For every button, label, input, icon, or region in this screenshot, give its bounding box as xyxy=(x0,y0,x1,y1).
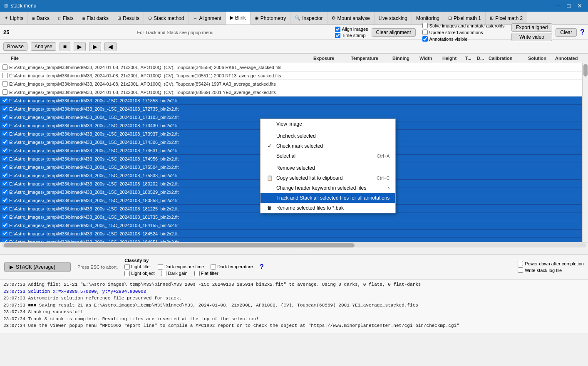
nav-play-button[interactable]: ▶ xyxy=(89,42,101,51)
tab-results[interactable]: ⊞ Results xyxy=(113,12,144,25)
row-checkbox[interactable] xyxy=(2,123,8,128)
row-checkbox[interactable] xyxy=(2,231,8,236)
table-row[interactable]: E:\Astro_images\_temp\M33\binned\M33, 20… xyxy=(0,80,582,88)
tab-inspector[interactable]: 🔍 Inspector xyxy=(290,12,327,25)
tab-flats[interactable]: □ Flats xyxy=(54,12,78,25)
update-annotations-checkbox[interactable] xyxy=(422,30,428,35)
row-checkbox[interactable] xyxy=(2,148,8,153)
minimize-button[interactable]: ─ xyxy=(554,2,563,9)
stack-help-icon[interactable]: ? xyxy=(260,263,264,271)
horizontal-scrollbar[interactable] xyxy=(0,242,588,248)
write-log-checkbox[interactable] xyxy=(518,267,523,273)
table-row[interactable]: E:\Astro_images\_temp\M33\binned\M33_200… xyxy=(0,230,582,238)
trash-icon: 🗑 xyxy=(266,205,273,211)
row-checkbox[interactable] xyxy=(2,73,8,78)
menu-view-image[interactable]: View image xyxy=(261,119,395,129)
file-path: E:\Astro_images\_temp\M33\binned\M33, 20… xyxy=(8,65,581,70)
tab-results-label: Results xyxy=(123,15,139,21)
menu-track-stack[interactable]: Track and Stack all selected files for a… xyxy=(261,193,395,203)
row-checkbox[interactable] xyxy=(2,131,8,136)
file-path: E:\Astro_images\_temp\M33\binned\M33_200… xyxy=(8,215,581,220)
dark-gain-checkbox[interactable] xyxy=(161,271,166,276)
table-row[interactable]: E:\Astro_images\_temp\M33\binned\M33_200… xyxy=(0,213,582,221)
write-video-button[interactable]: Write video xyxy=(511,33,553,41)
light-filter-checkbox[interactable] xyxy=(124,264,130,270)
close-button[interactable]: ✕ xyxy=(575,2,585,9)
row-checkbox[interactable] xyxy=(2,223,8,228)
solve-checkbox[interactable] xyxy=(422,23,428,28)
analyse-button[interactable]: Analyse xyxy=(31,42,56,51)
align-images-label: Align images xyxy=(342,27,368,32)
file-path: E:\Astro_images\_temp\M33\binned\M33_200… xyxy=(8,106,581,111)
tab-lights-label: Lights xyxy=(10,15,23,21)
menu-check-mark-selected[interactable]: ✓ Check mark selected xyxy=(261,141,395,151)
tab-blink[interactable]: ▶ Blink xyxy=(226,12,251,25)
help-icon[interactable]: ? xyxy=(580,28,585,37)
menu-copy-list[interactable]: 📋 Copy selected list to clipboard Ctrl+C xyxy=(261,173,395,183)
nav-prev-button[interactable]: ◀ xyxy=(104,42,117,51)
row-checkbox[interactable] xyxy=(2,239,8,242)
row-checkbox[interactable] xyxy=(2,64,8,70)
tab-flats-label: Flats xyxy=(63,15,74,21)
row-checkbox[interactable] xyxy=(2,114,8,120)
menu-uncheck-selected[interactable]: Uncheck selected xyxy=(261,131,395,141)
row-checkbox[interactable] xyxy=(2,189,8,195)
table-row[interactable]: E:\Astro_images\_temp\M33\binned\M33, 20… xyxy=(0,63,582,72)
stack-button[interactable]: ▶ STACK (Average) xyxy=(4,262,71,272)
light-object-checkbox[interactable] xyxy=(124,271,130,276)
tab-live-stacking[interactable]: Live stacking xyxy=(375,12,412,25)
maximize-button[interactable]: □ xyxy=(565,2,573,9)
table-row[interactable]: E:\Astro_images\_temp\M33\binned\M33_200… xyxy=(0,238,582,242)
menu-change-header[interactable]: Change header keyword in selected files … xyxy=(261,183,395,193)
menu-check-mark-label: Check mark selected xyxy=(276,143,323,149)
row-checkbox[interactable] xyxy=(2,81,8,87)
table-row[interactable]: E:\Astro_images\_temp\M33\binned\M33_200… xyxy=(0,96,582,105)
table-row[interactable]: E:\Astro_images\_temp\M33\binned\M33_200… xyxy=(0,105,582,113)
dark-temperature-checkbox[interactable] xyxy=(211,264,216,270)
align-area: Align images Time stamp xyxy=(335,27,368,38)
row-checkbox[interactable] xyxy=(2,206,8,211)
menu-rename-files[interactable]: 🗑 Rename selected files to *.bak xyxy=(261,203,395,213)
row-checkbox[interactable] xyxy=(2,173,8,178)
file-path: E:\Astro_images\_temp\M33\binned\M33_200… xyxy=(8,98,581,103)
stack-icon: ▶ xyxy=(10,264,13,270)
time-stamp-checkbox[interactable] xyxy=(335,33,340,38)
row-checkbox[interactable] xyxy=(2,181,8,186)
menu-select-all[interactable]: Select all Ctrl+A xyxy=(261,151,395,161)
stack-method-icon: ⊕ xyxy=(148,15,152,21)
browse-button[interactable]: Browse xyxy=(3,42,27,51)
tab-stack-method[interactable]: ⊕ Stack method xyxy=(144,12,189,25)
row-checkbox[interactable] xyxy=(2,106,8,111)
clear-button[interactable]: Clear xyxy=(556,28,577,37)
tab-darks[interactable]: ■ Darks xyxy=(28,12,54,25)
vertical-scrollbar[interactable] xyxy=(582,63,588,242)
row-checkbox[interactable] xyxy=(2,89,8,95)
row-checkbox[interactable] xyxy=(2,164,8,170)
nav-next-button[interactable]: ▶ xyxy=(74,42,86,51)
table-row[interactable]: E:\Astro_images\_temp\M33\binned\M33, 20… xyxy=(0,88,582,96)
menu-remove-selected[interactable]: Remove selected xyxy=(261,163,395,173)
flat-filter-checkbox[interactable] xyxy=(194,271,200,276)
align-images-checkbox[interactable] xyxy=(335,27,340,32)
tab-mount-analyse[interactable]: ⚙ Mount analyse xyxy=(327,12,375,25)
tab-photometry[interactable]: ◉ Photometry xyxy=(251,12,290,25)
row-checkbox[interactable] xyxy=(2,98,8,103)
row-checkbox[interactable] xyxy=(2,139,8,145)
tab-alignment[interactable]: ↔ Alignment xyxy=(189,12,226,25)
table-row[interactable]: E:\Astro_images\_temp\M33\binned\M33, 20… xyxy=(0,72,582,80)
power-down-checkbox[interactable] xyxy=(518,261,523,266)
row-checkbox[interactable] xyxy=(2,214,8,220)
row-checkbox[interactable] xyxy=(2,198,8,203)
nav-stop-button[interactable]: ■ xyxy=(60,42,70,51)
tab-lights[interactable]: ☀ Lights xyxy=(0,12,28,25)
export-aligned-button[interactable]: Export aligned xyxy=(511,23,553,32)
table-row[interactable]: E:\Astro_images\_temp\M33\binned\M33_200… xyxy=(0,221,582,230)
pixel-math-2-icon: ⊞ xyxy=(490,15,494,21)
menu-separator-1 xyxy=(261,130,395,130)
tab-flat-darks[interactable]: ■ Flat darks xyxy=(78,12,113,25)
mount-icon: ⚙ xyxy=(332,15,336,21)
row-checkbox[interactable] xyxy=(2,156,8,161)
dark-exposure-checkbox[interactable] xyxy=(158,264,163,270)
annotations-visible-checkbox[interactable] xyxy=(422,36,428,42)
clear-alignment-button[interactable]: Clear alignment xyxy=(372,28,416,37)
